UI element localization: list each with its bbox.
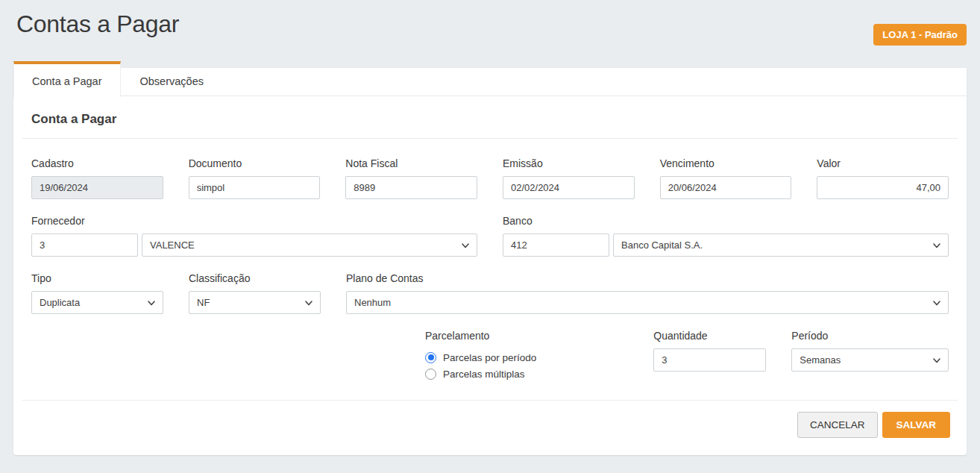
- tab-conta-a-pagar[interactable]: Conta a Pagar: [13, 61, 121, 97]
- cadastro-label: Cadastro: [31, 157, 163, 169]
- field-cadastro: Cadastro: [31, 157, 163, 199]
- banco-label: Banco: [503, 215, 949, 227]
- tipo-label: Tipo: [31, 272, 163, 284]
- conta-a-pagar-form: Cadastro Documento Nota Fiscal Emissão V…: [13, 139, 967, 382]
- chevron-down-icon: [932, 241, 941, 250]
- quantidade-input[interactable]: [653, 348, 766, 372]
- chevron-down-icon: [147, 298, 156, 307]
- banco-code-input[interactable]: [503, 234, 609, 257]
- page-title: Contas a Pagar: [0, 0, 980, 38]
- parcelamento-options: Parcelas por período Parcelas múltiplas: [425, 349, 632, 382]
- radio-label: Parcelas por período: [443, 352, 536, 363]
- plano-de-contas-select[interactable]: Nenhum: [346, 291, 949, 314]
- cadastro-input: [31, 176, 163, 199]
- vencimento-input[interactable]: [660, 176, 792, 199]
- form-row-4: Parcelamento Parcelas por período Parcel…: [31, 330, 949, 382]
- chevron-down-icon: [932, 298, 941, 307]
- field-valor: Valor: [817, 157, 949, 199]
- fornecedor-code-input[interactable]: [31, 234, 138, 257]
- valor-input[interactable]: [817, 176, 949, 199]
- radio-parcelas-multiplas[interactable]: Parcelas múltiplas: [425, 366, 632, 382]
- classificacao-select-value: NF: [197, 297, 210, 308]
- periodo-select[interactable]: Semanas: [791, 348, 949, 372]
- store-badge[interactable]: LOJA 1 - Padrão: [873, 24, 967, 46]
- quantidade-label: Quantidade: [653, 330, 766, 342]
- form-actions: CANCELAR SALVAR: [13, 401, 967, 438]
- save-button[interactable]: SALVAR: [882, 412, 951, 438]
- documento-input[interactable]: [189, 176, 321, 199]
- banco-select[interactable]: Banco Capital S.A.: [613, 234, 949, 257]
- radio-button-checked[interactable]: [425, 352, 436, 363]
- plano-de-contas-select-value: Nenhum: [354, 297, 391, 308]
- field-tipo: Tipo Duplicata: [31, 272, 163, 314]
- nota-fiscal-label: Nota Fiscal: [345, 157, 477, 169]
- radio-button-unchecked[interactable]: [425, 369, 436, 380]
- field-parcelamento: Parcelamento Parcelas por período Parcel…: [425, 330, 632, 382]
- fornecedor-label: Fornecedor: [31, 215, 477, 227]
- chevron-down-icon: [461, 241, 470, 250]
- tab-observacoes[interactable]: Observações: [121, 68, 223, 95]
- form-row-2: Fornecedor VALENCE Banco Banco Capital S…: [31, 215, 949, 257]
- field-periodo: Período Semanas: [791, 330, 949, 372]
- tab-bar: Conta a Pagar Observações: [13, 68, 967, 96]
- field-vencimento: Vencimento: [660, 157, 792, 199]
- field-fornecedor: Fornecedor VALENCE: [31, 215, 477, 257]
- documento-label: Documento: [189, 157, 321, 169]
- emissao-input[interactable]: [503, 176, 635, 199]
- field-documento: Documento: [189, 157, 321, 199]
- field-emissao: Emissão: [503, 157, 635, 199]
- periodo-label: Período: [791, 330, 949, 342]
- field-classificacao: Classificação NF: [189, 272, 321, 314]
- section-title: Conta a Pagar: [13, 96, 967, 138]
- field-quantidade: Quantidade: [653, 330, 766, 372]
- chevron-down-icon: [304, 298, 313, 307]
- valor-label: Valor: [817, 157, 949, 169]
- page-header: Contas a Pagar LOJA 1 - Padrão: [0, 0, 980, 68]
- form-row-1: Cadastro Documento Nota Fiscal Emissão V…: [31, 157, 949, 199]
- periodo-select-value: Semanas: [800, 354, 841, 366]
- field-banco: Banco Banco Capital S.A.: [503, 215, 949, 257]
- banco-select-value: Banco Capital S.A.: [621, 239, 703, 251]
- parcelamento-label: Parcelamento: [425, 330, 632, 342]
- fornecedor-select[interactable]: VALENCE: [142, 234, 477, 257]
- main-card: Conta a Pagar Observações Conta a Pagar …: [13, 68, 967, 455]
- nota-fiscal-input[interactable]: [345, 176, 477, 199]
- tipo-select-value: Duplicata: [40, 297, 80, 308]
- radio-parcelas-por-periodo[interactable]: Parcelas por período: [425, 349, 632, 366]
- field-nota-fiscal: Nota Fiscal: [345, 157, 477, 199]
- form-row-3: Tipo Duplicata Classificação NF Plano de…: [31, 272, 949, 314]
- classificacao-label: Classificação: [189, 272, 321, 284]
- cancel-button[interactable]: CANCELAR: [797, 412, 878, 438]
- tipo-select[interactable]: Duplicata: [31, 291, 163, 314]
- plano-de-contas-label: Plano de Contas: [346, 272, 949, 284]
- fornecedor-select-value: VALENCE: [150, 239, 195, 251]
- vencimento-label: Vencimento: [660, 157, 792, 169]
- radio-label: Parcelas múltiplas: [443, 369, 525, 380]
- chevron-down-icon: [932, 356, 941, 365]
- field-plano-de-contas: Plano de Contas Nenhum: [346, 272, 949, 314]
- emissao-label: Emissão: [503, 157, 635, 169]
- classificacao-select[interactable]: NF: [189, 291, 321, 314]
